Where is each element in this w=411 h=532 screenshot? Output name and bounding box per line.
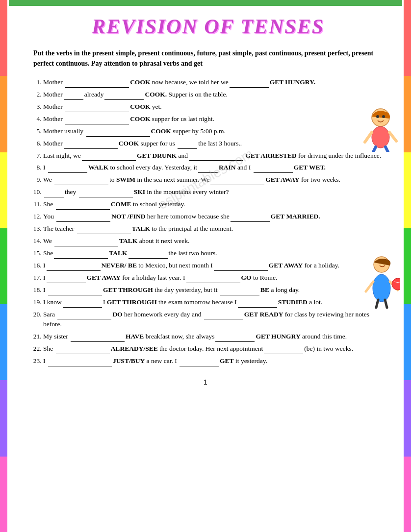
svg-line-2 [365,132,372,142]
exercise-19: I knowI GET THROUGH the exam tomorrow be… [43,297,383,308]
title-area: REVISION OF TENSES [9,6,402,43]
blank-16a[interactable] [47,270,101,271]
page-title: REVISION OF TENSES [92,15,324,38]
exercise-23: I JUST/BUY a new car. I GET it yesterday… [43,356,383,366]
blank-6a[interactable] [64,148,118,149]
exercise-16: INEVER/ BE to Mexico, but next month IGE… [43,261,383,271]
blank-7b[interactable] [189,160,243,161]
blank-12b[interactable] [231,221,270,222]
blank-17a[interactable] [47,283,86,283]
exercise-list: Mother COOK now because, we told her weG… [9,73,402,373]
blank-21a[interactable] [71,341,125,342]
blank-2b[interactable] [104,99,144,100]
exercise-11: She COME to school yesterday. [43,199,383,210]
blank-13[interactable] [77,234,131,234]
blank-20a[interactable] [57,319,111,319]
blank-8c[interactable] [254,172,293,173]
blank-12a[interactable] [56,221,110,222]
left-border [0,0,7,532]
exercise-12: You NOT /FIND her here tomorrow because … [43,212,383,222]
exercise-1: Mother COOK now because, we told her weG… [43,77,383,88]
exercise-18: I GET THROUGH the day yesterday, but it … [43,285,383,295]
svg-line-3 [389,132,396,141]
exercise-13: The teacher TALK to the principal at the… [43,224,383,234]
svg-line-14 [385,300,387,308]
content-area: REVISION OF TENSES Put the verbs in the … [9,0,402,391]
exercise-8: I WALK to school every day. Yesterday, i… [43,163,383,173]
exercise-14: We TALK about it next week. [43,236,383,246]
blank-16b[interactable] [214,270,268,271]
blank-9a[interactable] [54,185,108,185]
svg-point-12 [392,278,400,290]
svg-line-4 [373,147,376,152]
blank-10b[interactable] [79,197,133,197]
blank-10a[interactable] [44,197,64,197]
blank-22b[interactable] [264,354,303,354]
blank-8a[interactable] [48,172,87,173]
page-wrapper: REVISION OF TENSES Put the verbs in the … [0,0,411,532]
svg-line-13 [376,300,378,308]
exercise-9: We to SWIM in the sea next summer. WeGET… [43,175,383,185]
svg-point-1 [372,126,389,148]
exercise-10: they SKI in the mountains every winter? [43,187,383,197]
instructions-text: Put the verbs in the present simple, pre… [33,49,373,67]
svg-point-7 [382,115,385,118]
blank-23b[interactable] [180,366,219,366]
page-number-area: 1 [9,373,402,391]
blank-6b[interactable] [178,148,197,149]
blank-18a[interactable] [48,295,102,295]
blank-22a[interactable] [56,354,110,354]
blank-17b[interactable] [186,283,240,283]
exercise-6: MotherCOOK supper for us the last 3 hour… [43,139,383,149]
blank-21b[interactable] [215,341,255,342]
blank-20b[interactable] [204,319,243,319]
svg-line-5 [385,147,388,152]
blank-11[interactable] [56,209,110,210]
exercise-2: MotheralreadyCOOK. Supper is on the tabl… [43,90,383,100]
cartoon-1 [361,108,400,152]
instructions: Put the verbs in the present simple, pre… [9,43,402,73]
exercise-4: Mother COOK supper for us last night. [43,114,383,124]
blank-9b[interactable] [210,185,264,185]
blank-1b[interactable] [230,87,269,88]
blank-2a[interactable] [64,99,83,100]
right-border [404,0,411,532]
svg-line-10 [366,282,373,291]
blank-7a[interactable] [82,160,136,161]
exercise-3: Mother COOK yet. [43,102,383,112]
blank-19a[interactable] [63,307,102,308]
exercise-15: SheTALKthe last two hours. [43,248,383,259]
blank-4[interactable] [65,124,129,124]
blank-15a[interactable] [54,258,108,259]
exercise-17: IGET AWAY for a holiday last year. IGO t… [43,273,383,283]
page-number: 1 [204,378,207,386]
cartoon-2 [363,255,400,309]
exercises-ol: Mother COOK now because, we told her weG… [33,77,383,366]
blank-5[interactable] [86,136,150,137]
blank-19b[interactable] [238,307,277,308]
top-bar [9,0,402,6]
blank-8b[interactable] [198,172,218,173]
exercise-5: Mother usually COOK supper by 5:00 p.m. [43,126,383,137]
blank-18b[interactable] [220,295,259,295]
svg-point-9 [373,274,390,302]
exercise-7: Last night, weGET DRUNK and GET ARRESTED… [43,151,383,161]
blank-1a[interactable] [65,87,129,88]
exercise-21: My sister HAVE breakfast now, she always… [43,332,383,342]
exercise-20: Sara DO her homework every day and GET R… [43,310,383,330]
blank-15b[interactable] [128,258,168,259]
svg-point-6 [376,115,379,118]
blank-14[interactable] [54,246,118,246]
blank-3[interactable] [65,112,129,112]
blank-23a[interactable] [48,366,112,366]
exercise-22: She ALREADY/SEE the doctor today. Her ne… [43,344,383,354]
